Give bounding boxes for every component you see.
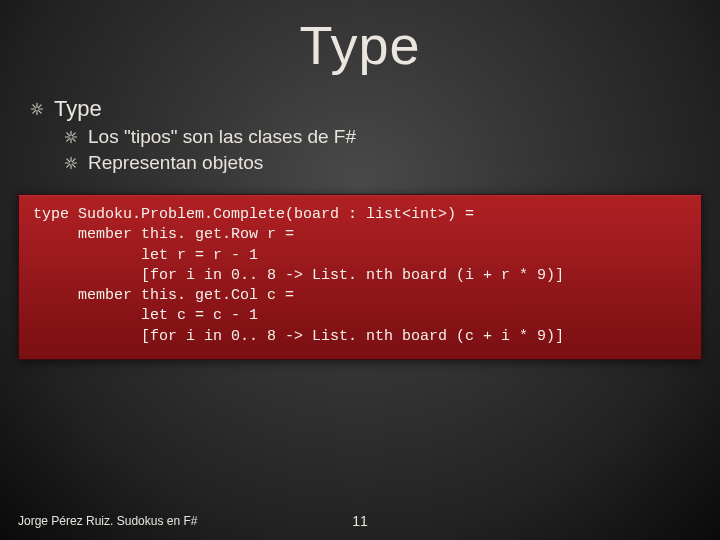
slide-body: Type Los "tipos" son las clases de F# Re…	[0, 76, 720, 174]
page-number: 11	[352, 513, 368, 529]
bullet-level2: Representan objetos	[30, 152, 690, 174]
asterisk-icon	[64, 130, 78, 144]
svg-point-9	[69, 135, 72, 138]
bullet-level2: Los "tipos" son las clases de F#	[30, 126, 690, 148]
bullet-text: Los "tipos" son las clases de F#	[88, 126, 356, 148]
bullet-text: Representan objetos	[88, 152, 263, 174]
slide-footer: Jorge Pérez Ruiz. Sudokus en F# 11	[18, 514, 702, 528]
slide-title: Type	[0, 0, 720, 76]
bullet-text: Type	[54, 96, 102, 122]
code-block: type Sudoku.Problem.Complete(board : lis…	[18, 194, 702, 360]
code-line: [for i in 0.. 8 -> List. nth board (i + …	[33, 266, 687, 286]
code-line: member this. get.Row r =	[33, 225, 687, 245]
bullet-level1: Type	[30, 96, 690, 122]
footer-author: Jorge Pérez Ruiz. Sudokus en F#	[18, 514, 197, 528]
asterisk-icon	[64, 156, 78, 170]
code-line: [for i in 0.. 8 -> List. nth board (c + …	[33, 327, 687, 347]
code-line: let c = c - 1	[33, 306, 687, 326]
svg-point-14	[69, 161, 72, 164]
code-line: let r = r - 1	[33, 246, 687, 266]
code-line: type Sudoku.Problem.Complete(board : lis…	[33, 205, 687, 225]
svg-point-4	[35, 107, 38, 110]
asterisk-icon	[30, 102, 44, 116]
code-line: member this. get.Col c =	[33, 286, 687, 306]
